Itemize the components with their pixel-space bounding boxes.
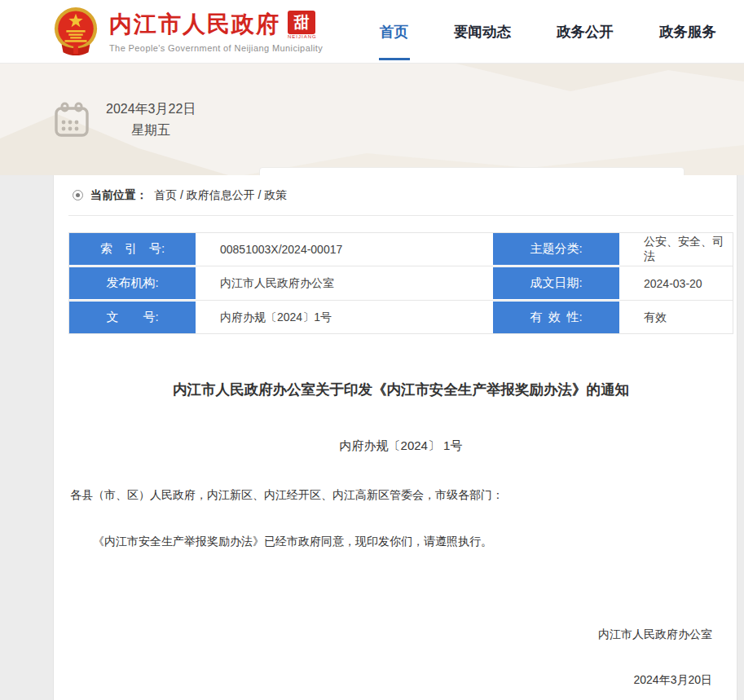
meta-label-index-number: 索 引 号: <box>69 233 196 265</box>
weekday-line: 星期五 <box>106 120 196 141</box>
meta-value-written-date: 2024-03-20 <box>622 267 733 299</box>
meta-value-doc-number: 内府办规〔2024〕1号 <box>198 302 491 333</box>
site-header: 内江市人民政府 甜 NEIJIANG The People's Governme… <box>0 0 744 64</box>
current-date: 2024年3月22日 星期五 <box>106 99 196 141</box>
date-line: 2024年3月22日 <box>106 99 196 120</box>
seal-glyph: 甜 <box>288 11 315 34</box>
nav-item-news[interactable]: 要闻动态 <box>454 0 511 64</box>
logo-text-block: 内江市人民政府 甜 NEIJIANG The People's Governme… <box>109 11 323 53</box>
active-tab-underline <box>379 58 410 60</box>
meta-label-written-date: 成文日期: <box>493 267 619 299</box>
content-section: 当前位置： 首页 / 政府信息公开 / 政策 索 引 号: 00851003X/… <box>0 175 744 700</box>
meta-label-issuing-agency: 发布机构: <box>69 267 196 299</box>
nav-item-label: 政务公开 <box>557 22 614 42</box>
nav-item-gov-services[interactable]: 政务服务 <box>659 0 716 64</box>
content-card: 当前位置： 首页 / 政府信息公开 / 政策 索 引 号: 00851003X/… <box>53 175 737 700</box>
search-bar: 内容 <box>259 167 685 175</box>
national-emblem-icon <box>52 7 99 57</box>
meta-label-doc-number: 文 号: <box>69 302 196 333</box>
nav-item-gov-disclosure[interactable]: 政务公开 <box>557 0 614 64</box>
site-logo[interactable]: 内江市人民政府 甜 NEIJIANG The People's Governme… <box>52 7 323 57</box>
article-signature: 内江市人民政府办公室 <box>68 627 733 642</box>
nav-item-home[interactable]: 首页 <box>380 0 408 64</box>
seal-caption: NEIJIANG <box>288 34 317 40</box>
article-paragraph: 《内江市安全生产举报奖励办法》已经市政府同意，现印发你们，请遵照执行。 <box>68 533 733 550</box>
meta-value-topic-category: 公安、安全、司法 <box>622 233 733 265</box>
meta-label-topic-category: 主题分类: <box>493 233 619 265</box>
meta-row: 发布机构: 内江市人民政府办公室 成文日期: 2024-03-20 <box>69 267 733 299</box>
article-doc-number: 内府办规〔2024〕 1号 <box>68 438 733 454</box>
calendar-icon <box>52 100 91 139</box>
banner: 2024年3月22日 星期五 内容 <box>0 64 744 175</box>
meta-row: 文 号: 内府办规〔2024〕1号 有 效 性: 有效 <box>69 302 733 333</box>
article-body: 内江市人民政府办公室关于印发《内江市安全生产举报奖励办法》的通知 内府办规〔20… <box>68 334 733 688</box>
site-name: 内江市人民政府 <box>109 12 280 37</box>
meta-label-validity: 有 效 性: <box>493 302 619 333</box>
nav-item-label: 要闻动态 <box>454 22 511 42</box>
meta-value-validity: 有效 <box>622 302 733 333</box>
article-title: 内江市人民政府办公室关于印发《内江市安全生产举报奖励办法》的通知 <box>68 380 733 399</box>
breadcrumb-prefix: 当前位置： <box>90 188 147 203</box>
breadcrumb-path[interactable]: 首页 / 政府信息公开 / 政策 <box>154 188 287 203</box>
meta-row: 索 引 号: 00851003X/2024-00017 主题分类: 公安、安全、… <box>69 233 733 265</box>
site-subtitle: The People's Government of Neijiang Muni… <box>109 43 323 53</box>
main-nav: 首页 要闻动态 政务公开 政务服务 <box>380 0 716 64</box>
neijiang-seal-icon: 甜 NEIJIANG <box>288 11 317 40</box>
document-meta-table: 索 引 号: 00851003X/2024-00017 主题分类: 公安、安全、… <box>68 232 733 334</box>
meta-value-issuing-agency: 内江市人民政府办公室 <box>198 267 491 299</box>
article-sign-date: 2024年3月20日 <box>68 673 733 688</box>
nav-item-label: 首页 <box>380 22 408 42</box>
date-widget: 2024年3月22日 星期五 <box>52 64 196 175</box>
meta-value-index-number: 00851003X/2024-00017 <box>198 233 491 265</box>
breadcrumb: 当前位置： 首页 / 政府信息公开 / 政策 <box>68 175 733 216</box>
location-dot-icon <box>73 190 83 200</box>
article-paragraph: 各县（市、区）人民政府，内江新区、内江经开区、内江高新区管委会，市级各部门： <box>68 486 733 504</box>
search-button[interactable] <box>649 174 671 175</box>
nav-item-label: 政务服务 <box>659 22 716 42</box>
